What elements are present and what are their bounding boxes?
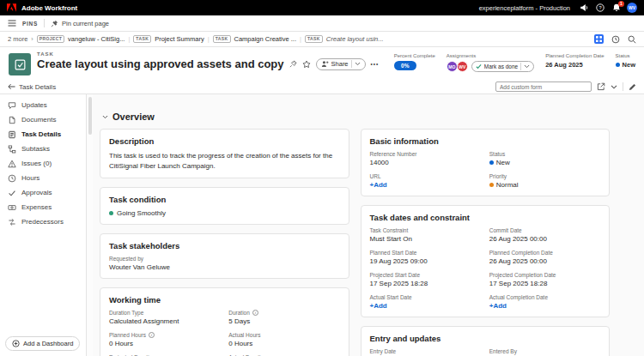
sidebar-item-label: Subtasks: [21, 145, 50, 153]
field-url: URL +Add: [370, 173, 481, 189]
breadcrumb-separator: |: [128, 35, 130, 43]
status-value[interactable]: New: [616, 61, 635, 69]
subtasks-icon: [8, 145, 16, 154]
sidebar-item-predecessors[interactable]: Predecessors: [0, 214, 86, 229]
sidebar-item-label: Issues (0): [21, 160, 52, 167]
info-icon[interactable]: i: [149, 332, 155, 338]
breadcrumb-more-link[interactable]: 2 more: [8, 35, 27, 43]
field-label: Actual Start Date: [370, 294, 412, 300]
field-label: Commit Date: [489, 227, 522, 233]
share-button[interactable]: Share: [316, 58, 366, 70]
edit-icon[interactable]: [629, 83, 636, 91]
sidebar-item-updates[interactable]: Updates: [0, 98, 86, 112]
field-commit-date: Commit Date 26 Aug 2025 00:00: [489, 227, 600, 243]
documents-icon: [8, 116, 16, 124]
pin-current-page-button[interactable]: Pin current page: [51, 20, 109, 27]
user-avatar[interactable]: WV: [627, 3, 637, 13]
pin-page-icon[interactable]: [289, 60, 297, 68]
assignee-avatar[interactable]: MO: [447, 61, 458, 72]
sidebar-item-expenses[interactable]: Expenses: [0, 200, 86, 214]
announcements-icon[interactable]: [578, 3, 589, 14]
object-type-label: TASK: [37, 51, 379, 57]
divider: [623, 82, 623, 91]
sidebar-item-documents[interactable]: Documents: [0, 112, 86, 127]
planned-completion-value: 26 Aug 2025: [545, 61, 604, 69]
breadcrumb-separator: |: [208, 35, 210, 43]
add-dashboard-button[interactable]: Add a Dashboard: [5, 336, 80, 351]
export-icon[interactable]: [597, 82, 605, 91]
field-value: 0 Hours: [109, 340, 220, 347]
mark-as-done-label: Mark as done: [484, 63, 518, 69]
more-menu-button[interactable]: •••: [371, 61, 380, 67]
entry-fields: Entry Date 19 Aug 2025 12:22 Entered By …: [370, 348, 601, 356]
overview-section-toggle[interactable]: Overview: [102, 112, 610, 122]
task-condition-value[interactable]: Going Smoothly: [109, 209, 340, 217]
breadcrumb-link-project-summary[interactable]: Project Summary: [155, 35, 204, 43]
divider: [520, 63, 521, 70]
add-actual-start-link[interactable]: +Add: [370, 302, 481, 310]
left-column: Description This task is used to track t…: [100, 129, 349, 356]
breadcrumb-link-campaign-creative[interactable]: Campaign Creative ...: [234, 35, 297, 43]
share-person-icon: [321, 60, 329, 68]
condition-dot: [109, 211, 113, 215]
field-planned-completion-date: Planned Completion Date 26 Aug 2025 00:0…: [489, 250, 600, 265]
field-label: URL: [370, 173, 381, 179]
add-url-link[interactable]: +Add: [370, 181, 481, 189]
field-label: Actual Hours: [228, 332, 260, 338]
description-card: Description This task is used to track t…: [100, 129, 349, 178]
back-to-task-details[interactable]: Task Details: [8, 83, 56, 91]
issues-icon: [8, 160, 16, 168]
task-dates-card: Task dates and constraint Task Constrain…: [361, 205, 611, 317]
field-value: 19 Aug 2025 09:00: [370, 257, 481, 265]
top-bar: Adobe Workfront experienceplatform - Pro…: [0, 0, 644, 15]
notifications-icon[interactable]: 1: [611, 3, 622, 14]
field-label: Projected Completion Date: [489, 272, 556, 278]
back-label: Task Details: [19, 83, 56, 91]
right-column: Basic information Reference Number 14000…: [361, 129, 611, 356]
breadcrumb-link-project[interactable]: vangeluw - CitiSig...: [68, 35, 125, 43]
mark-as-done-button[interactable]: Mark as done: [471, 61, 534, 72]
favorite-star-icon[interactable]: [302, 60, 311, 69]
divider: [44, 19, 45, 27]
content: Updates Documents Task Details Subtasks …: [0, 94, 644, 356]
overview-section-title: Overview: [112, 112, 155, 122]
field-label: Planned Hours: [109, 332, 146, 338]
chevron-down-icon[interactable]: [611, 85, 617, 89]
card-title: Task stakeholders: [109, 241, 340, 250]
apps-icon[interactable]: [594, 34, 604, 44]
field-value: 5 Days: [228, 317, 339, 325]
task-type-icon: [9, 53, 31, 75]
back-arrow-icon: [8, 83, 15, 90]
sidebar-item-label: Updates: [21, 101, 47, 109]
field-label: Planned Start Date: [370, 250, 417, 256]
sidebar-item-subtasks[interactable]: Subtasks: [0, 142, 86, 156]
task-dates-fields: Task Constraint Must Start On Commit Dat…: [370, 227, 601, 310]
sidebar-item-hours[interactable]: Hours: [0, 171, 86, 185]
field-duration-type: Duration Type Calculated Assignment: [109, 310, 220, 325]
add-dashboard-label: Add a Dashboard: [23, 340, 73, 347]
sidebar-item-task-details[interactable]: Task Details: [0, 127, 86, 142]
field-planned-hours: Planned Hoursi 0 Hours: [109, 332, 220, 347]
main-menu-icon[interactable]: [8, 20, 16, 27]
breadcrumb-separator: |: [300, 35, 301, 43]
assignee-avatar[interactable]: WV: [457, 61, 468, 72]
add-actual-completion-link[interactable]: +Add: [489, 302, 600, 310]
panel-scrollbar[interactable]: [87, 94, 93, 356]
add-custom-form-input[interactable]: [495, 81, 592, 92]
sidebar-item-issues[interactable]: Issues (0): [0, 156, 86, 171]
field-value: 17 Sep 2025 18:28: [370, 280, 481, 287]
info-icon[interactable]: i: [252, 310, 258, 316]
history-icon[interactable]: [611, 35, 620, 44]
title-row: Create layout using approved assets and …: [37, 57, 379, 70]
search-icon[interactable]: [628, 35, 636, 44]
basic-information-card: Basic information Reference Number 14000…: [361, 129, 611, 196]
help-icon[interactable]: ?: [594, 3, 605, 14]
chevron-down-icon: [355, 62, 361, 66]
scrollbar-thumb[interactable]: [88, 97, 92, 135]
percent-complete-value[interactable]: 0%: [394, 61, 416, 70]
card-title: Entry and updates: [370, 334, 601, 343]
field-entered-by: Entered By Wouter Van Geluwe: [489, 348, 600, 356]
share-label: Share: [331, 60, 349, 68]
field-actual-start-date: Actual Start Date +Add: [370, 294, 481, 310]
sidebar-item-approvals[interactable]: Approvals: [0, 185, 86, 200]
